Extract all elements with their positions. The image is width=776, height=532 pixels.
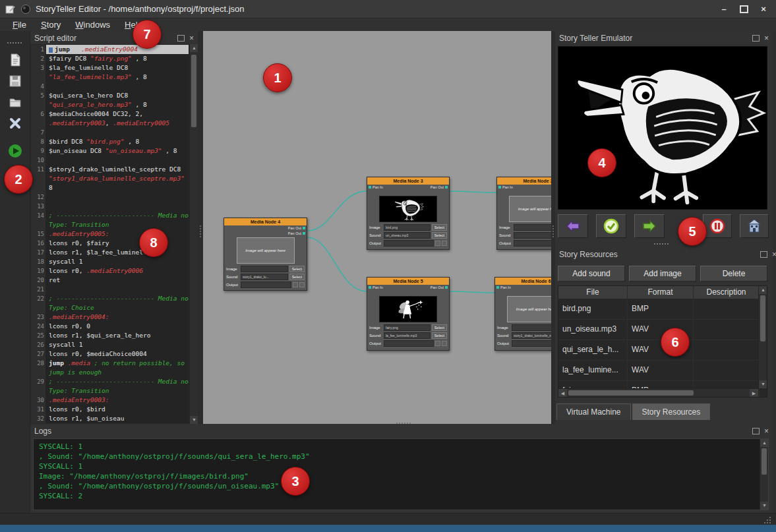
scroll-right-icon[interactable]: ▶ [750,389,758,398]
float-panel-icon[interactable] [752,428,760,434]
code-line[interactable]: "qui_sera_le_hero.mp3" , 8 [31,100,189,109]
tab-story-resources[interactable]: Story Resources [632,403,711,420]
scroll-thumb[interactable] [191,55,196,127]
save-button[interactable] [5,71,26,91]
code-line[interactable]: "la_fee_luminelle.mp3" , 8 [31,73,189,82]
scroll-down-icon[interactable]: ▼ [759,380,767,388]
scroll-down-icon[interactable]: ▼ [760,502,769,510]
table-row[interactable]: bird.pngBMP [558,299,767,320]
media-node[interactable]: Media Node 6Pan InPan OutImage will appe… [494,277,551,351]
output-port[interactable]: Pan Out [288,231,305,236]
forward-button[interactable] [634,214,665,238]
float-panel-icon[interactable] [752,35,760,42]
code-line[interactable]: Type: Transition [31,220,189,229]
node-graph-canvas[interactable]: Media Node 4Pan OutPan OutImage will app… [203,31,551,424]
splitter-handle[interactable] [396,423,398,424]
node-title[interactable]: Media Node 5 [367,278,449,285]
code-line[interactable]: 9$un_oiseau DC8 "un_oiseau.mp3" , 8 [31,146,189,156]
back-button[interactable] [558,214,588,238]
code-line[interactable]: 3$la_fee_luminelle DC8 [31,63,189,73]
code-line[interactable]: 4 [31,82,189,91]
tab-virtual-machine[interactable]: Virtual Machine [556,403,631,420]
add-sound-button[interactable]: Add sound [558,266,625,281]
code-line[interactable]: 12 [31,192,189,202]
delete-button[interactable]: Delete [700,266,767,281]
code-line[interactable]: "story1_drako_luminelle_sceptre.mp3" , [31,174,189,183]
table-row[interactable]: la_fee_lumine...WAV [558,361,767,381]
splitter-left[interactable] [198,31,203,424]
code-line[interactable]: 21 [31,285,189,294]
code-line[interactable]: 2$fairy DC8 "fairy.png" , 8 [31,54,189,63]
code-line[interactable]: Type: Transition [31,386,189,396]
code-line[interactable]: 14; -------------------------- Media nod… [31,211,189,220]
code-line[interactable]: 5$qui_sera_le_hero DC8 [31,91,189,100]
scroll-thumb[interactable] [761,448,767,475]
menu-story[interactable]: Story [35,18,67,31]
output-port[interactable]: Pan Out [431,285,448,290]
code-line[interactable]: 8$bird DC8 "bird.png" , 8 [31,137,189,146]
float-panel-icon[interactable] [760,251,767,258]
close-project-button[interactable] [5,113,26,133]
code-line[interactable]: 23.mediaEntry0004: [31,312,189,322]
scroll-up-icon[interactable]: ▲ [760,439,769,447]
scroll-thumb[interactable] [760,295,765,341]
code-line[interactable]: 31lcons r0, $bird [31,405,189,414]
new-script-button[interactable] [5,50,26,70]
code-line[interactable]: 30.mediaEntry0003: [31,396,189,405]
column-header-format[interactable]: Format [628,286,694,299]
column-header-file[interactable]: File [558,286,628,299]
input-port[interactable]: Pan In [369,185,383,190]
media-node[interactable]: Media Node 2Pan InPan OutImage will appe… [496,177,551,250]
media-node[interactable]: Media Node 5Pan InPan OutImagefairy.pngS… [367,277,450,351]
menu-file[interactable]: File [7,18,32,31]
toolbar-handle[interactable] [7,42,9,44]
home-button[interactable] [740,214,769,238]
splitter-handle[interactable] [200,225,201,227]
code-line[interactable]: 10 [31,156,189,165]
output-option-button[interactable] [299,282,305,287]
code-line[interactable]: 18syscall 1 [31,257,189,266]
resize-grip[interactable] [769,517,771,518]
code-line[interactable]: Type: Choice [31,303,189,312]
code-line[interactable]: 25lcons r1, $qui_sera_le_hero [31,331,189,340]
code-line[interactable]: 29; -------------------------- Media nod… [31,377,189,386]
menu-windows[interactable]: Windows [69,18,116,31]
media-node[interactable]: Media Node 3Pan InPan OutImagebird.pngSe… [367,177,450,250]
table-hscrollbar[interactable]: ◀ ▶ [558,388,758,397]
node-title[interactable]: Media Node 2 [497,177,551,185]
code-line[interactable]: 32lcons r1, $un_oiseau [31,414,189,423]
select-button[interactable]: Select [432,324,447,331]
minimize-button[interactable]: – [715,3,732,15]
accept-button[interactable] [596,214,626,238]
code-line[interactable]: 26syscall 1 [31,340,189,349]
code-line[interactable]: jump is enough [31,368,189,377]
select-button[interactable]: Select [432,224,447,231]
code-line[interactable]: 24lcons r0, 0 [31,322,189,331]
code-line[interactable]: 1jump .mediaEntry0004 [31,45,189,54]
pause-button[interactable] [703,214,732,238]
code-line[interactable]: 8 [31,183,189,192]
code-line[interactable]: .mediaEntry0003, .mediaEntry0005 [31,119,189,128]
node-title[interactable]: Media Node 6 [495,278,551,285]
code-scrollbar[interactable]: ▲ ▼ [189,44,198,424]
splitter-handle[interactable] [654,243,655,245]
code-line[interactable]: 20ret [31,276,189,285]
output-option-button[interactable] [435,341,440,346]
table-vscrollbar[interactable]: ▲ ▼ [758,286,767,388]
node-title[interactable]: Media Node 4 [224,218,307,225]
float-panel-icon[interactable] [177,35,185,42]
code-line[interactable]: 13 [31,202,189,211]
column-header-description[interactable]: Description [694,286,760,299]
open-project-button[interactable] [5,92,26,112]
logs-scrollbar[interactable]: ▲ ▼ [760,439,768,510]
output-option-button[interactable] [435,241,440,246]
select-button[interactable]: Select [432,332,447,339]
output-option-button[interactable] [442,241,447,246]
select-button[interactable]: Select [289,266,305,272]
add-image-button[interactable]: Add image [629,266,696,281]
select-button[interactable]: Select [289,274,305,280]
output-port[interactable]: Pan Out [288,226,305,231]
close-button[interactable]: × [755,3,772,15]
node-title[interactable]: Media Node 3 [367,177,449,185]
code-line[interactable]: 22; -------------------------- Media nod… [31,294,189,303]
